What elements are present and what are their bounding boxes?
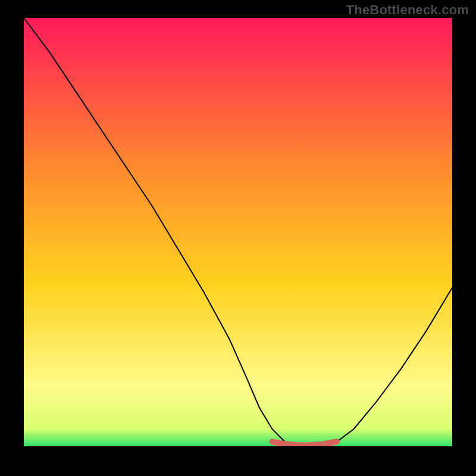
chart-svg — [24, 18, 452, 446]
plot-area — [24, 18, 452, 446]
chart-frame: TheBottleneck.com — [0, 0, 476, 476]
watermark-text: TheBottleneck.com — [346, 2, 469, 18]
gradient-background — [24, 18, 452, 446]
